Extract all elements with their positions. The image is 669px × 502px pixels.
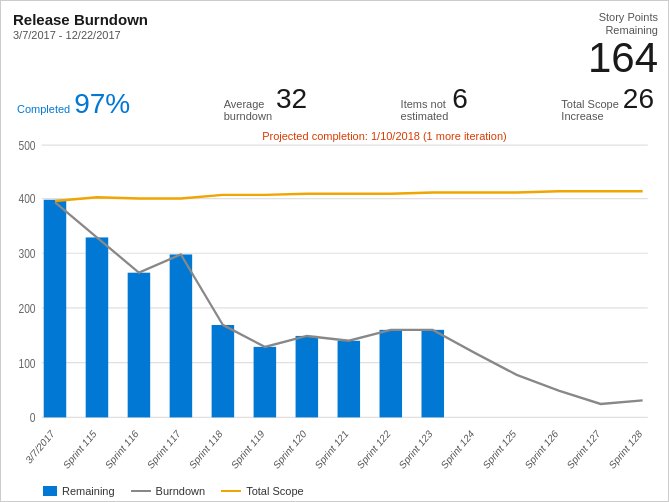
chart-title: Release Burndown bbox=[13, 11, 148, 28]
not-estimated-label: Items notestimated bbox=[401, 98, 449, 122]
svg-text:Sprint 121: Sprint 121 bbox=[313, 428, 350, 472]
title-section: Release Burndown 3/7/2017 - 12/22/2017 bbox=[13, 11, 148, 41]
bar-7 bbox=[338, 341, 361, 418]
bar-4 bbox=[212, 325, 235, 417]
legend-burndown: Burndown bbox=[131, 485, 206, 497]
svg-text:Sprint 125: Sprint 125 bbox=[481, 428, 518, 472]
svg-text:0: 0 bbox=[30, 412, 36, 425]
remaining-color-box bbox=[43, 486, 57, 496]
legend-total-scope: Total Scope bbox=[221, 485, 303, 497]
total-scope-color-line bbox=[221, 490, 241, 492]
burndown-metric: Averageburndown 32 bbox=[224, 85, 307, 122]
not-estimated-metric: Items notestimated 6 bbox=[401, 85, 468, 122]
svg-text:Sprint 127: Sprint 127 bbox=[565, 428, 602, 472]
bar-6 bbox=[296, 336, 319, 417]
svg-text:100: 100 bbox=[18, 357, 35, 370]
burndown-value: 32 bbox=[276, 85, 307, 113]
legend: Remaining Burndown Total Scope bbox=[13, 485, 658, 497]
scope-value: 26 bbox=[623, 85, 654, 113]
remaining-label: Remaining bbox=[62, 485, 115, 497]
header: Release Burndown 3/7/2017 - 12/22/2017 S… bbox=[13, 11, 658, 79]
scope-metric: Total ScopeIncrease 26 bbox=[561, 85, 654, 122]
legend-remaining: Remaining bbox=[43, 485, 115, 497]
svg-text:Sprint 116: Sprint 116 bbox=[103, 428, 140, 472]
completed-label: Completed bbox=[17, 103, 70, 115]
chart-area: Projected completion: 1/10/2018 (1 more … bbox=[13, 128, 658, 481]
completed-value: 97% bbox=[74, 90, 130, 118]
total-scope-label: Total Scope bbox=[246, 485, 303, 497]
svg-text:Sprint 119: Sprint 119 bbox=[229, 428, 266, 472]
burndown-legend-label: Burndown bbox=[156, 485, 206, 497]
bar-1 bbox=[86, 238, 109, 418]
svg-text:Sprint 126: Sprint 126 bbox=[523, 428, 560, 472]
bar-2 bbox=[128, 273, 151, 418]
svg-text:Sprint 115: Sprint 115 bbox=[61, 428, 98, 472]
completed-metric: Completed 97% bbox=[17, 90, 130, 118]
bar-5 bbox=[254, 347, 277, 418]
main-container: Release Burndown 3/7/2017 - 12/22/2017 S… bbox=[1, 1, 669, 502]
svg-text:200: 200 bbox=[18, 302, 35, 315]
projected-completion-text: Projected completion: 1/10/2018 (1 more … bbox=[262, 130, 507, 142]
svg-text:3/7/2017: 3/7/2017 bbox=[24, 428, 57, 467]
date-range: 3/7/2017 - 12/22/2017 bbox=[13, 29, 148, 41]
bar-3 bbox=[170, 255, 193, 418]
svg-text:Sprint 123: Sprint 123 bbox=[397, 428, 434, 472]
svg-text:Sprint 124: Sprint 124 bbox=[439, 428, 476, 472]
svg-text:Sprint 122: Sprint 122 bbox=[355, 428, 392, 472]
svg-text:500: 500 bbox=[18, 139, 35, 152]
bar-0 bbox=[44, 200, 67, 418]
story-points-section: Story PointsRemaining 164 bbox=[588, 11, 658, 79]
metrics-row: Completed 97% Averageburndown 32 Items n… bbox=[13, 85, 658, 122]
svg-text:400: 400 bbox=[18, 193, 35, 206]
svg-text:Sprint 120: Sprint 120 bbox=[271, 428, 308, 472]
svg-text:Sprint 118: Sprint 118 bbox=[187, 428, 224, 472]
svg-text:Sprint 117: Sprint 117 bbox=[145, 428, 182, 472]
total-scope-line bbox=[55, 192, 643, 202]
bar-8 bbox=[380, 330, 403, 418]
svg-text:Sprint 128: Sprint 128 bbox=[607, 428, 644, 472]
burndown-color-line bbox=[131, 490, 151, 492]
story-points-value: 164 bbox=[588, 37, 658, 79]
burndown-label: Averageburndown bbox=[224, 98, 272, 122]
burndown-chart: 500 400 300 200 100 0 bbox=[13, 128, 658, 481]
scope-label: Total ScopeIncrease bbox=[561, 98, 618, 122]
bar-9 bbox=[422, 330, 445, 418]
svg-text:300: 300 bbox=[18, 248, 35, 261]
not-estimated-value: 6 bbox=[452, 85, 468, 113]
